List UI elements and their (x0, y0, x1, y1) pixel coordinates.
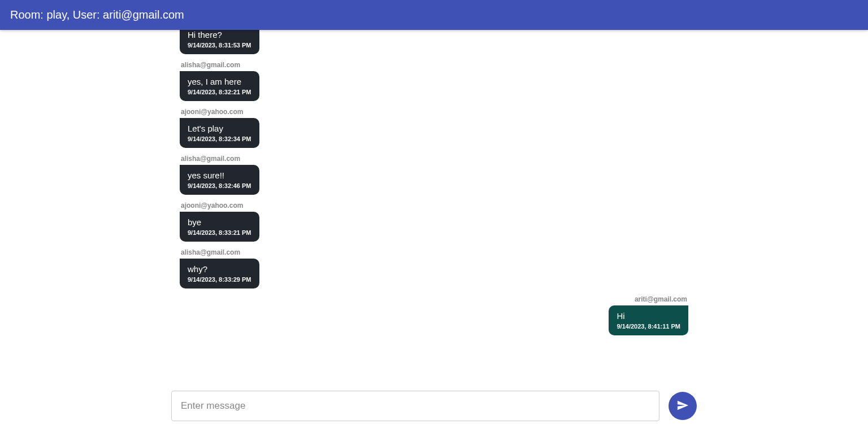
message-text: bye (188, 217, 251, 227)
message-text: Hi there? (188, 30, 251, 40)
messages-scroll-area[interactable]: ajooni@yahoo.comHi there?9/14/2023, 8:31… (171, 30, 697, 385)
message-timestamp: 9/14/2023, 8:31:53 PM (188, 42, 251, 49)
message-bubble: why?9/14/2023, 8:33:29 PM (180, 259, 259, 289)
message-bubble: bye9/14/2023, 8:33:21 PM (180, 212, 259, 242)
message-item: ajooni@yahoo.comLet's play9/14/2023, 8:3… (180, 108, 688, 148)
message-sender: alisha@gmail.com (180, 61, 241, 69)
send-button[interactable] (669, 392, 697, 420)
message-text: why? (188, 264, 251, 274)
chat-container: ajooni@yahoo.comHi there?9/14/2023, 8:31… (171, 30, 697, 421)
message-sender: ariti@gmail.com (633, 295, 688, 303)
send-icon (676, 399, 689, 413)
message-text: yes, I am here (188, 77, 251, 86)
message-timestamp: 9/14/2023, 8:33:21 PM (188, 229, 251, 236)
room-user-title: Room: play, User: ariti@gmail.com (10, 8, 184, 21)
app-header: Room: play, User: ariti@gmail.com (0, 0, 868, 30)
message-sender: ajooni@yahoo.com (180, 202, 244, 209)
message-text: Hi (617, 311, 680, 321)
message-item: alisha@gmail.comyes, I am here9/14/2023,… (180, 61, 688, 101)
message-item: ajooni@yahoo.comHi there?9/14/2023, 8:31… (180, 36, 688, 54)
message-timestamp: 9/14/2023, 8:33:29 PM (188, 276, 251, 283)
message-timestamp: 9/14/2023, 8:32:21 PM (188, 89, 251, 95)
message-sender: ajooni@yahoo.com (180, 108, 244, 116)
message-text: Let's play (188, 124, 251, 133)
message-bubble: Hi there?9/14/2023, 8:31:53 PM (180, 30, 259, 54)
message-bubble: Let's play9/14/2023, 8:32:34 PM (180, 118, 259, 148)
message-bubble: Hi9/14/2023, 8:41:11 PM (609, 305, 688, 335)
message-sender: alisha@gmail.com (180, 155, 241, 163)
message-bubble: yes, I am here9/14/2023, 8:32:21 PM (180, 71, 259, 101)
message-item: ajooni@yahoo.combye9/14/2023, 8:33:21 PM (180, 202, 688, 242)
message-item: ariti@gmail.comHi9/14/2023, 8:41:11 PM (180, 295, 688, 335)
message-timestamp: 9/14/2023, 8:41:11 PM (617, 323, 680, 330)
message-item: alisha@gmail.comyes sure!!9/14/2023, 8:3… (180, 155, 688, 195)
message-input[interactable] (171, 391, 659, 421)
message-item: alisha@gmail.comwhy?9/14/2023, 8:33:29 P… (180, 248, 688, 289)
message-text: yes sure!! (188, 171, 251, 180)
message-bubble: yes sure!!9/14/2023, 8:32:46 PM (180, 165, 259, 195)
message-sender: alisha@gmail.com (180, 248, 241, 256)
message-timestamp: 9/14/2023, 8:32:34 PM (188, 135, 251, 142)
input-row (171, 385, 697, 421)
message-timestamp: 9/14/2023, 8:32:46 PM (188, 182, 251, 189)
